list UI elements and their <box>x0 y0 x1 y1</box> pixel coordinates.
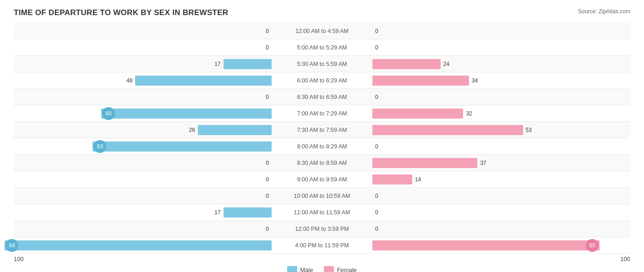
bar-female <box>372 76 469 86</box>
value-female-zero: 0 <box>375 143 378 150</box>
row-left-section: 0 <box>14 89 272 105</box>
row-time-label: 12:00 PM to 3:59 PM <box>272 226 372 232</box>
row-time-label: 4:00 PM to 11:59 PM <box>272 242 372 249</box>
row-left-section: 0 <box>14 221 272 237</box>
value-male-on-bar: 60 <box>102 107 115 120</box>
value-male-on-bar: 94 <box>5 239 18 252</box>
chart-row: 08:30 AM to 8:59 AM37 <box>14 155 630 171</box>
legend: Male Female <box>14 266 630 272</box>
chart-row: 607:00 AM to 7:29 AM32 <box>14 105 630 122</box>
row-right-section: 53 <box>372 122 630 138</box>
row-left-section: 0 <box>14 188 272 204</box>
bar-male <box>224 59 272 69</box>
row-time-label: 5:00 AM to 5:29 AM <box>272 44 372 51</box>
chart-row: 06:30 AM to 6:59 AM0 <box>14 89 630 105</box>
row-right-section: 34 <box>372 72 630 88</box>
row-left-section: 26 <box>14 122 272 138</box>
value-female: 53 <box>526 127 532 133</box>
axis-row: 100 100 <box>14 256 630 262</box>
value-male-zero: 0 <box>266 44 269 51</box>
row-right-section: 0 <box>372 39 630 55</box>
row-right-section: 24 <box>372 56 630 72</box>
row-right-section: 0 <box>372 23 630 39</box>
value-female-zero: 0 <box>375 94 378 100</box>
value-female-zero: 0 <box>375 28 378 34</box>
chart-row: 486:00 AM to 6:29 AM34 <box>14 72 630 89</box>
value-male-zero: 0 <box>266 28 269 34</box>
value-female: 14 <box>415 176 421 183</box>
value-male-zero: 0 <box>266 176 269 183</box>
bar-male: 94 <box>5 240 272 250</box>
row-time-label: 6:30 AM to 6:59 AM <box>272 94 372 100</box>
bar-male: 60 <box>101 109 272 119</box>
value-male-zero: 0 <box>266 160 269 166</box>
row-left-section: 0 <box>14 23 272 39</box>
value-female-on-bar: 80 <box>586 239 599 252</box>
row-time-label: 8:00 AM to 8:29 AM <box>272 143 372 150</box>
bar-male <box>135 76 272 86</box>
value-male-zero: 0 <box>266 226 269 232</box>
row-left-section: 0 <box>14 171 272 187</box>
axis-label-right: 100 <box>620 256 630 262</box>
row-left-section: 0 <box>14 155 272 171</box>
row-time-label: 10:00 AM to 10:59 AM <box>272 193 372 199</box>
row-time-label: 9:00 AM to 9:59 AM <box>272 176 372 183</box>
value-female: 32 <box>466 110 472 117</box>
row-left-section: 48 <box>14 72 272 88</box>
chart-row: 012:00 AM to 4:59 AM0 <box>14 23 630 39</box>
row-time-label: 12:00 AM to 4:59 AM <box>272 28 372 34</box>
chart-container: TIME OF DEPARTURE TO WORK BY SEX IN BREW… <box>0 0 644 272</box>
row-time-label: 5:30 AM to 5:59 AM <box>272 61 372 67</box>
legend-female: Female <box>324 266 356 272</box>
bar-female <box>372 125 523 135</box>
chart-row: 1711:00 AM to 11:59 AM0 <box>14 204 630 221</box>
value-male-on-bar: 63 <box>93 140 106 153</box>
row-right-section: 0 <box>372 138 630 154</box>
value-female-zero: 0 <box>375 226 378 232</box>
row-right-section: 32 <box>372 105 630 121</box>
bar-female <box>372 109 463 119</box>
bar-female: 80 <box>372 240 600 250</box>
row-right-section: 0 <box>372 204 630 220</box>
value-female: 34 <box>472 77 478 84</box>
row-time-label: 7:00 AM to 7:29 AM <box>272 110 372 117</box>
value-male-zero: 0 <box>266 193 269 199</box>
legend-female-label: Female <box>337 267 356 272</box>
value-female-zero: 0 <box>375 209 378 216</box>
chart-row: 175:30 AM to 5:59 AM24 <box>14 56 630 72</box>
chart-title: TIME OF DEPARTURE TO WORK BY SEX IN BREW… <box>14 8 228 17</box>
axis-label-left: 100 <box>14 256 24 262</box>
row-left-section: 0 <box>14 39 272 55</box>
row-right-section: 37 <box>372 155 630 171</box>
title-row: TIME OF DEPARTURE TO WORK BY SEX IN BREW… <box>14 8 630 19</box>
value-female-zero: 0 <box>375 44 378 51</box>
row-left-section: 60 <box>14 105 272 121</box>
value-male: 48 <box>126 77 132 84</box>
chart-row: 267:30 AM to 7:59 AM53 <box>14 122 630 138</box>
chart-area: 012:00 AM to 4:59 AM005:00 AM to 5:29 AM… <box>14 23 630 254</box>
value-female: 37 <box>480 160 486 166</box>
chart-row: 09:00 AM to 9:59 AM14 <box>14 171 630 188</box>
row-time-label: 11:00 AM to 11:59 AM <box>272 209 372 216</box>
chart-row: 638:00 AM to 8:29 AM0 <box>14 138 630 155</box>
row-left-section: 63 <box>14 138 272 154</box>
bar-female <box>372 59 441 69</box>
legend-male-swatch <box>287 266 297 272</box>
value-female: 24 <box>443 61 449 67</box>
row-left-section: 17 <box>14 204 272 220</box>
row-right-section: 80 <box>372 237 630 253</box>
value-male: 17 <box>214 61 220 67</box>
bar-male: 63 <box>93 141 272 152</box>
value-male: 17 <box>214 209 220 216</box>
chart-row: 944:00 PM to 11:59 PM80 <box>14 237 630 254</box>
value-male: 26 <box>189 127 195 133</box>
legend-female-swatch <box>324 266 334 272</box>
row-right-section: 0 <box>372 188 630 204</box>
bar-female <box>372 174 412 185</box>
legend-male: Male <box>287 266 313 272</box>
legend-male-label: Male <box>300 267 313 272</box>
row-right-section: 14 <box>372 171 630 187</box>
chart-row: 05:00 AM to 5:29 AM0 <box>14 39 630 56</box>
row-right-section: 0 <box>372 221 630 237</box>
row-right-section: 0 <box>372 89 630 105</box>
